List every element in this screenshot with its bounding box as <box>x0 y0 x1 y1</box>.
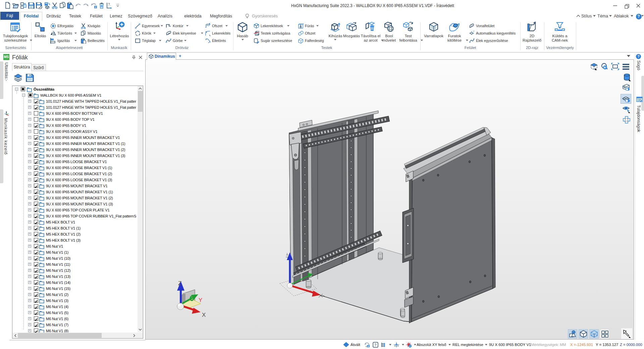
svg-text:Z: Z <box>178 280 181 287</box>
svg-text:?.: ?. <box>108 3 111 6</box>
svg-text:X: X <box>202 312 206 318</box>
svg-text:Y: Y <box>199 297 202 303</box>
svg-text:?: ? <box>374 343 376 347</box>
